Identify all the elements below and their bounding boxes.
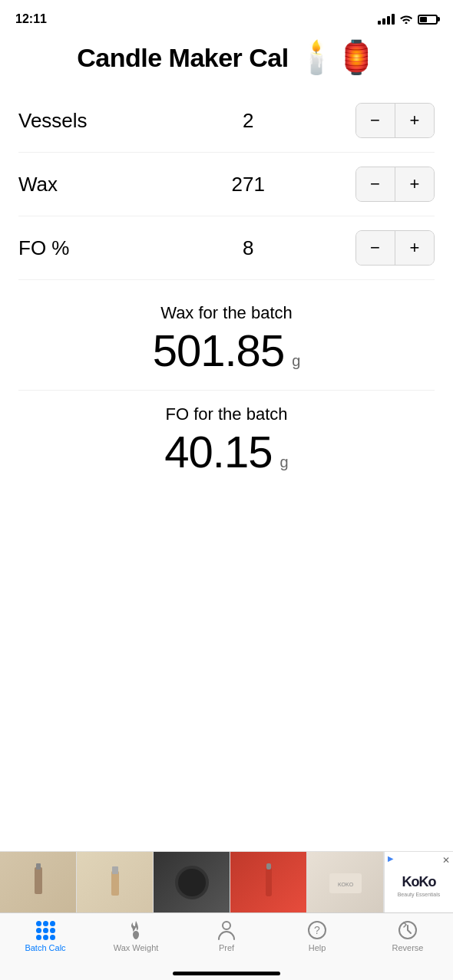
status-icons [378,13,438,26]
vessels-increment-button[interactable]: + [395,104,434,137]
tab-help[interactable]: ? Help [272,919,362,952]
wax-decrement-button[interactable]: − [356,167,395,201]
wax-result-row: 501.85 g [18,325,435,376]
svg-point-5 [178,869,206,896]
fo-stepper[interactable]: − + [355,230,435,266]
help-icon: ? [306,919,328,941]
ad-banner[interactable]: KOKO ▶ ✕ KoKo Beauty Essentials [0,851,453,912]
ad-image-2 [77,852,154,912]
ad-images: KOKO [0,852,384,912]
ad-close-button[interactable]: ✕ [442,855,450,866]
ad-image-4 [230,852,307,912]
result-divider [18,390,435,391]
controls-section: Vessels 2 − + Wax 271 − + FO % 8 − + [0,89,453,280]
svg-rect-3 [112,866,118,874]
wax-result-block: Wax for the batch 501.85 g [18,303,435,376]
fo-result-value: 40.15 [164,426,272,477]
app-header: Candle Maker Cal 🕯️🏮 [0,34,453,89]
fo-increment-button[interactable]: + [395,231,434,265]
wax-value: 271 [141,173,355,196]
svg-rect-1 [36,863,41,869]
status-time: 12:11 [15,12,47,26]
tab-wax-weight-label: Wax Weight [114,943,159,952]
wifi-icon [399,13,413,26]
tab-help-label: Help [309,943,326,952]
wax-increment-button[interactable]: + [395,167,434,201]
tab-batch-calc-label: Batch Calc [25,943,65,952]
tab-bar: Batch Calc Wax Weight Pref ? Help [0,912,453,980]
ad-image-5: KOKO [307,852,384,912]
wax-stepper[interactable]: − + [355,167,435,202]
fo-label: FO % [18,236,141,260]
ad-badge: ▶ [388,855,393,863]
tab-pref[interactable]: Pref [181,919,272,952]
svg-text:?: ? [314,924,320,936]
ad-badge-text: ▶ [388,855,393,863]
svg-rect-6 [266,867,272,896]
fo-result-unit: g [280,454,289,471]
fo-result-row: 40.15 g [18,426,435,477]
tab-wax-weight[interactable]: Wax Weight [91,919,181,952]
fo-decrement-button[interactable]: − [356,231,395,265]
wax-label: Wax [18,173,141,196]
wax-result-unit: g [292,352,300,370]
tab-reverse-label: Reverse [392,943,424,952]
vessels-decrement-button[interactable]: − [356,104,395,137]
person-icon [216,919,237,941]
results-section: Wax for the batch 501.85 g FO for the ba… [0,280,453,500]
vessels-stepper[interactable]: − + [355,103,435,138]
ad-brand-subtitle: Beauty Essentials [398,892,441,897]
svg-point-10 [223,922,230,929]
fo-row: FO % 8 − + [18,216,435,280]
svg-rect-0 [35,867,42,894]
reverse-icon [397,919,418,941]
vessels-value: 2 [141,109,355,133]
ad-brand-logo: KoKo [402,874,436,890]
svg-rect-7 [266,863,271,869]
app-title: Candle Maker Cal [77,43,288,73]
vessels-label: Vessels [18,109,141,133]
svg-text:KOKO: KOKO [337,882,353,887]
ad-image-3 [154,852,230,912]
battery-icon [418,15,438,25]
wax-row: Wax 271 − + [18,153,435,216]
vessels-row: Vessels 2 − + [18,89,435,153]
home-indicator [173,972,280,975]
svg-rect-2 [111,871,119,896]
signal-icon [378,14,395,25]
tab-pref-label: Pref [219,943,234,952]
fo-value: 8 [141,236,355,260]
ad-image-1 [0,852,77,912]
wax-result-label: Wax for the batch [18,303,435,323]
status-bar: 12:11 [0,0,453,34]
tab-reverse[interactable]: Reverse [362,919,453,952]
wax-result-value: 501.85 [153,325,284,376]
flame-icon [125,919,147,941]
header-decoration: 🕯️🏮 [296,41,376,74]
ad-brand: ▶ ✕ KoKo Beauty Essentials [384,852,453,912]
batch-calc-icon [35,919,56,941]
fo-result-label: FO for the batch [18,404,435,424]
fo-result-block: FO for the batch 40.15 g [18,404,435,477]
tab-batch-calc[interactable]: Batch Calc [0,919,91,952]
